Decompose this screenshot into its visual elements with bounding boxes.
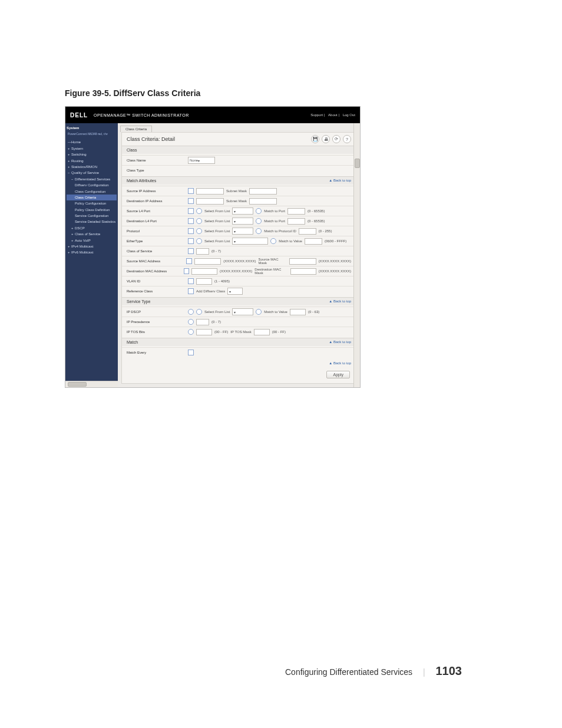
src-l4-select[interactable]: ▾ [232, 207, 253, 215]
dst-mac-mask-input[interactable] [290, 268, 316, 275]
sidebar-item-qos[interactable]: −Quality of Service [67, 170, 117, 176]
src-mac-check[interactable] [186, 258, 192, 264]
sidebar-item-routing[interactable]: +Routing [67, 158, 117, 164]
back-to-top-link[interactable]: ▲ Back to top [329, 361, 351, 365]
sidebar-item-switching[interactable]: +Switching [67, 151, 117, 157]
vlan-check[interactable] [188, 278, 194, 284]
ethertype-label: EtherType [127, 239, 186, 243]
tos-bits-input[interactable] [196, 329, 212, 335]
src-mac-mask-label: Source MAC Mask [259, 258, 287, 265]
sidebar-item-system[interactable]: +System [67, 146, 117, 151]
help-icon[interactable]: ? [343, 135, 351, 143]
prec-radio[interactable] [188, 319, 194, 325]
back-to-top-link[interactable]: ▲ Back to top [329, 340, 351, 344]
dst-l4-radio-list[interactable] [196, 218, 202, 224]
tos-radio[interactable] [188, 329, 194, 335]
cos-input[interactable] [196, 248, 209, 255]
sidebar-item-class-config[interactable]: Class Configuration [67, 189, 117, 195]
sidebar-item-ipv6mc[interactable]: +IPv6 Multicast [67, 249, 117, 255]
ethertype-match-label: Match to Value [279, 239, 302, 243]
class-name-select[interactable]: None ▾ [188, 157, 215, 164]
refclass-select[interactable]: ▾ [227, 288, 243, 295]
src-ip-mask-input[interactable] [249, 188, 277, 195]
dst-l4-range: (0 - 65535) [308, 219, 325, 223]
src-l4-check[interactable] [188, 208, 194, 214]
vertical-scrollbar[interactable] [353, 123, 360, 387]
dscp-radio[interactable] [188, 309, 194, 315]
dst-ip-input[interactable] [196, 198, 224, 205]
dscp-sel-label: Select From List [204, 310, 230, 314]
dst-mac-check[interactable] [184, 268, 189, 274]
back-to-top-link[interactable]: ▲ Back to top [329, 179, 351, 183]
ethertype-check[interactable] [188, 238, 194, 244]
ethertype-radio-list[interactable] [196, 238, 202, 244]
print-icon[interactable]: 🖶 [322, 135, 330, 143]
protocol-sel-label: Select From List [204, 229, 230, 233]
refresh-icon[interactable]: ⟳ [332, 135, 340, 143]
back-to-top-link[interactable]: ▲ Back to top [329, 299, 351, 304]
class-name-label: Class Name [127, 159, 186, 162]
sidebar-item-service-config[interactable]: Service Configuration [67, 213, 117, 219]
save-icon[interactable]: 💾 [311, 135, 319, 143]
dst-mac-fmt: (XXXX.XXXX.XXXX) [220, 269, 252, 273]
match-every-label: Match Every [127, 351, 186, 354]
link-logout[interactable]: Log Out [343, 113, 355, 117]
src-l4-match-label: Match to Port [264, 209, 285, 213]
sidebar-item-stats[interactable]: +Statistics/RMON [67, 164, 117, 170]
sidebar-item-cos[interactable]: +Class of Service [67, 231, 117, 237]
sidebar-item-policy-class-def[interactable]: Policy Class Definition [67, 207, 117, 213]
ethertype-select[interactable]: ▾ [232, 238, 268, 245]
sidebar-item-autovoip[interactable]: +Auto VoIP [67, 238, 117, 243]
protocol-select[interactable]: ▾ [232, 228, 253, 235]
dscp-radio-list[interactable] [196, 309, 202, 315]
dscp-select[interactable]: ▾ [232, 308, 253, 315]
dscp-value-input[interactable] [290, 309, 306, 315]
dst-ip-mask-input[interactable] [249, 198, 277, 205]
protocol-radio-list[interactable] [196, 228, 202, 234]
protocol-id-input[interactable] [299, 228, 316, 235]
sidebar-item-ipv4mc[interactable]: +IPv4 Multicast [67, 243, 117, 249]
src-ip-input[interactable] [196, 188, 224, 195]
src-l4-radio-list[interactable] [196, 208, 202, 214]
sidebar-item-service-stats[interactable]: Service Detailed Statistics [67, 219, 117, 225]
src-ip-check[interactable] [188, 188, 194, 194]
apply-button[interactable]: Apply [326, 371, 350, 378]
dst-l4-select[interactable]: ▾ [232, 218, 253, 225]
src-mac-input[interactable] [194, 258, 222, 265]
refclass-check[interactable] [188, 288, 194, 294]
dst-ip-check[interactable] [188, 198, 194, 204]
protocol-radio-id[interactable] [256, 228, 262, 234]
dst-l4-check[interactable] [188, 218, 194, 224]
sidebar-item-class-criteria[interactable]: Class Criteria [67, 195, 117, 200]
dscp-radio-val[interactable] [256, 309, 262, 315]
prec-input[interactable] [196, 319, 209, 325]
src-l4-radio-port[interactable] [256, 208, 262, 214]
refclass-label: Reference Class [127, 289, 186, 293]
link-support[interactable]: Support [310, 113, 323, 117]
dst-l4-port-input[interactable] [287, 218, 305, 225]
cos-check[interactable] [188, 248, 194, 254]
sidebar-hscroll[interactable] [65, 381, 120, 387]
brand-logo: DELL [70, 112, 88, 118]
ethertype-radio-val[interactable] [270, 238, 276, 244]
tab-class-criteria[interactable]: Class Criteria [120, 126, 152, 132]
sidebar-item-dscp[interactable]: +DSCP [67, 225, 117, 231]
protocol-check[interactable] [188, 228, 194, 234]
vlan-input[interactable] [196, 278, 212, 285]
cos-range: (0 - 7) [211, 249, 221, 253]
link-about[interactable]: About [328, 113, 338, 117]
src-mac-mask-input[interactable] [289, 258, 316, 265]
nav-sidebar: System PowerConnect M6348 red, r/w —Home… [65, 123, 118, 387]
dst-mac-input[interactable] [191, 268, 217, 275]
vlan-range: (1 - 4095) [214, 279, 230, 283]
sidebar-item-policy-config[interactable]: Policy Configuration [67, 200, 117, 206]
ethertype-value-input[interactable] [305, 238, 322, 245]
tos-mask-input[interactable] [254, 329, 270, 335]
match-every-check[interactable] [188, 350, 194, 355]
src-l4-port-input[interactable] [287, 208, 305, 215]
sidebar-item-diffserv-config[interactable]: Diffserv Configuration [67, 182, 117, 188]
sidebar-item-diffserv[interactable]: −Differentiated Services [67, 176, 117, 182]
sidebar-item-home[interactable]: —Home [67, 139, 117, 145]
dst-l4-radio-port[interactable] [256, 218, 262, 224]
dscp-range: (0 - 63) [308, 310, 319, 314]
